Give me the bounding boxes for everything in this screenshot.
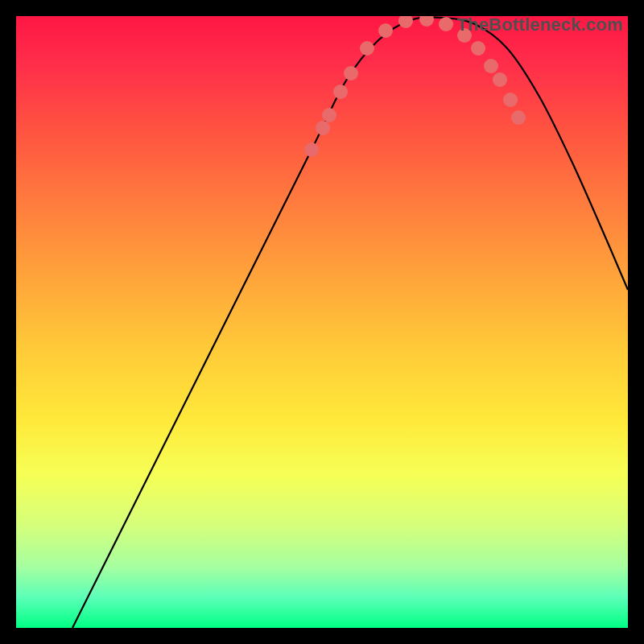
curve-marker — [304, 142, 319, 157]
curve-marker — [316, 121, 330, 135]
curve-marker — [360, 41, 374, 56]
curve-marker — [322, 108, 336, 122]
curve-marker — [439, 17, 453, 31]
curve-marker — [333, 85, 348, 99]
bottleneck-curve — [72, 17, 628, 628]
watermark-text: TheBottleneck.com — [457, 14, 623, 35]
curve-marker — [503, 93, 518, 107]
curve-marker — [511, 110, 526, 125]
chart-frame: TheBottleneck.com — [16, 16, 628, 628]
curve-marker — [419, 16, 434, 27]
curve-marker — [398, 16, 413, 28]
curve-marker — [378, 23, 393, 38]
chart-svg — [16, 16, 628, 628]
curve-marker — [344, 66, 358, 80]
curve-marker — [471, 41, 485, 56]
curve-marker — [484, 59, 498, 73]
curve-markers — [304, 16, 526, 157]
curve-marker — [493, 72, 507, 87]
